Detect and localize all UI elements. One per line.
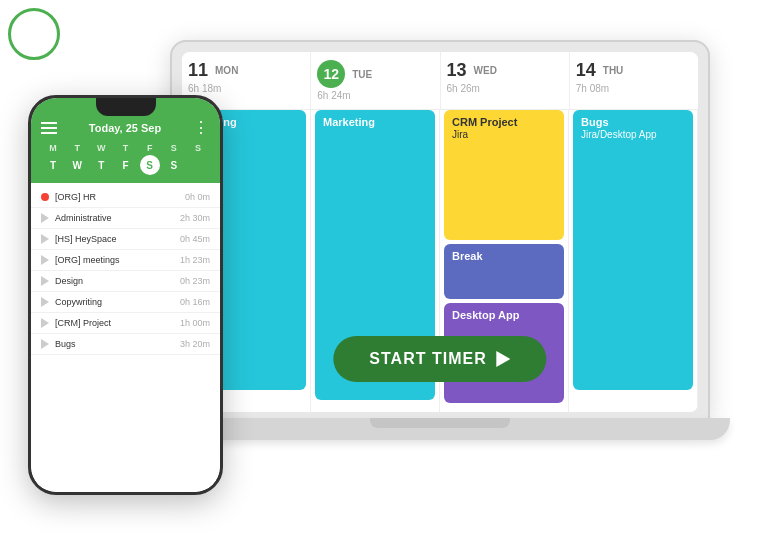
week-day-t: T W: [67, 143, 87, 175]
calendar-body: Training Marketing CRM ProjectJira Break…: [182, 110, 698, 412]
play-icon-administrative[interactable]: [41, 213, 49, 223]
day-num-wed: 13: [447, 60, 467, 81]
play-icon-heyspace[interactable]: [41, 234, 49, 244]
item-time-hr: 0h 0m: [185, 192, 210, 202]
list-item-hr: [ORG] HR 0h 0m: [31, 187, 220, 208]
day-num-thu: 14: [576, 60, 596, 81]
week-day-t2: T F: [115, 143, 135, 175]
laptop-notch: [370, 418, 510, 428]
week-day-s: S S: [164, 143, 184, 175]
start-timer-label: START TIMER: [369, 350, 486, 368]
day-dot-w: T: [91, 155, 111, 175]
item-name-administrative: Administrative: [55, 213, 174, 223]
list-item-meetings: [ORG] meetings 1h 23m: [31, 250, 220, 271]
week-letter-t2: T: [123, 143, 129, 153]
list-item-bugs: Bugs 3h 20m: [31, 334, 220, 355]
play-icon-crm[interactable]: [41, 318, 49, 328]
day-num-mon: 11: [188, 60, 208, 81]
event-bugs: BugsJira/Desktop App: [573, 110, 693, 390]
phone-title: Today, 25 Sep: [89, 122, 161, 134]
calendar: 11 MON 6h 18m 12 TUE 6h 24m: [182, 52, 698, 412]
item-time-administrative: 2h 30m: [180, 213, 210, 223]
day-name-tue: TUE: [352, 69, 372, 80]
laptop-screen: 11 MON 6h 18m 12 TUE 6h 24m: [182, 52, 698, 412]
item-time-meetings: 1h 23m: [180, 255, 210, 265]
list-item-copywriting: Copywriting 0h 16m: [31, 292, 220, 313]
week-day-m: M T: [43, 143, 63, 175]
day-hours-wed: 6h 26m: [447, 83, 563, 94]
play-icon-meetings[interactable]: [41, 255, 49, 265]
week-letter-f: F: [147, 143, 153, 153]
item-name-meetings: [ORG] meetings: [55, 255, 174, 265]
laptop-body: 11 MON 6h 18m 12 TUE 6h 24m: [170, 40, 710, 420]
laptop: 11 MON 6h 18m 12 TUE 6h 24m: [170, 40, 730, 520]
day-dot-m: T: [43, 155, 63, 175]
week-row: M T T W W T T F: [41, 143, 210, 175]
item-time-heyspace: 0h 45m: [180, 234, 210, 244]
item-name-bugs: Bugs: [55, 339, 174, 349]
item-time-design: 0h 23m: [180, 276, 210, 286]
item-name-heyspace: [HS] HeySpace: [55, 234, 174, 244]
week-letter-w: W: [97, 143, 106, 153]
day-hours-mon: 6h 18m: [188, 83, 304, 94]
dot-red-icon: [41, 193, 49, 201]
play-icon-copywriting[interactable]: [41, 297, 49, 307]
item-time-copywriting: 0h 16m: [180, 297, 210, 307]
event-break: Break: [444, 244, 564, 299]
cal-col-thu: BugsJira/Desktop App: [569, 110, 698, 412]
phone-list: [ORG] HR 0h 0m Administrative 2h 30m [HS…: [31, 183, 220, 492]
week-letter-s: S: [171, 143, 177, 153]
list-item-design: Design 0h 23m: [31, 271, 220, 292]
col-header-wed: 13 WED 6h 26m: [441, 52, 570, 109]
day-hours-tue: 6h 24m: [317, 90, 433, 101]
phone-top-bar: Today, 25 Sep ⋮: [41, 118, 210, 137]
phone-notch: [96, 98, 156, 116]
week-letter-s2: S: [195, 143, 201, 153]
day-name-mon: MON: [215, 65, 238, 76]
day-dot-t: W: [67, 155, 87, 175]
item-name-copywriting: Copywriting: [55, 297, 174, 307]
day-dot-f: S: [140, 155, 160, 175]
item-name-design: Design: [55, 276, 174, 286]
item-time-crm: 1h 00m: [180, 318, 210, 328]
item-name-crm: [CRM] Project: [55, 318, 174, 328]
start-timer-button[interactable]: START TIMER: [333, 336, 546, 382]
col-header-tue: 12 TUE 6h 24m: [311, 52, 440, 109]
list-item-heyspace: [HS] HeySpace 0h 45m: [31, 229, 220, 250]
item-time-bugs: 3h 20m: [180, 339, 210, 349]
list-item-crm-project: [CRM] Project 1h 00m: [31, 313, 220, 334]
phone-body: Today, 25 Sep ⋮ M T T W W T: [28, 95, 223, 495]
play-icon-design[interactable]: [41, 276, 49, 286]
calendar-header: 11 MON 6h 18m 12 TUE 6h 24m: [182, 52, 698, 110]
week-day-f: F S: [140, 143, 160, 175]
day-dot-s2: [188, 155, 208, 175]
day-name-thu: THU: [603, 65, 624, 76]
event-crm: CRM ProjectJira: [444, 110, 564, 240]
day-hours-thu: 7h 08m: [576, 83, 692, 94]
laptop-base: [150, 418, 730, 440]
week-day-s2: S: [188, 143, 208, 175]
week-letter-m: M: [49, 143, 57, 153]
hamburger-menu-icon[interactable]: [41, 122, 57, 134]
play-icon-bugs[interactable]: [41, 339, 49, 349]
more-options-icon[interactable]: ⋮: [193, 118, 210, 137]
play-icon: [497, 351, 511, 367]
list-item-administrative: Administrative 2h 30m: [31, 208, 220, 229]
col-header-thu: 14 THU 7h 08m: [570, 52, 698, 109]
phone: Today, 25 Sep ⋮ M T T W W T: [28, 95, 223, 495]
decorative-circle: [8, 8, 60, 60]
day-dot-s: S: [164, 155, 184, 175]
week-day-w: W T: [91, 143, 111, 175]
day-num-tue: 12: [317, 60, 345, 88]
week-letter-t: T: [74, 143, 80, 153]
day-dot-t2: F: [115, 155, 135, 175]
item-name-hr: [ORG] HR: [55, 192, 179, 202]
phone-screen: Today, 25 Sep ⋮ M T T W W T: [31, 98, 220, 492]
day-name-wed: WED: [474, 65, 497, 76]
